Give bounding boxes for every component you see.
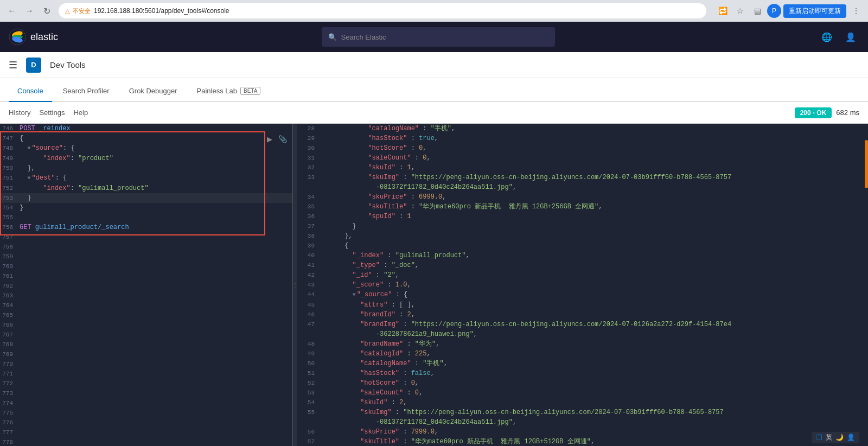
tab-console[interactable]: Console xyxy=(9,80,52,102)
editor-line-774: 774 xyxy=(0,398,292,408)
devtools-badge: D xyxy=(26,58,41,73)
main-content: ▶ 📎 746 POST _reindex 747 { 748 ▼"source… xyxy=(0,124,868,446)
tab-search-profiler[interactable]: Search Profiler xyxy=(54,80,118,102)
elastic-logo[interactable]: elastic xyxy=(9,28,58,46)
tab-painless-lab[interactable]: Painless Lab BETA xyxy=(188,80,270,102)
profile-button[interactable]: P xyxy=(767,4,781,18)
bottom-bar: ❐ 英 🌙 👤 xyxy=(803,429,868,446)
time-badge: 682 ms xyxy=(836,109,859,117)
editor-line-747: 747 { xyxy=(0,133,292,143)
back-button[interactable]: ← xyxy=(4,3,20,18)
editor-line-776: 776 xyxy=(0,418,292,428)
tab-groups-button[interactable]: ▤ xyxy=(750,3,765,18)
output-line-52: 52 "hotScore" : 0, xyxy=(297,378,868,388)
editor-line-755: 755 xyxy=(0,213,292,222)
moon-icon: 🌙 xyxy=(835,434,844,441)
output-line-32: 32 "skuId" : 1, xyxy=(297,163,868,173)
output-line-41: 41 "_type" : "_doc", xyxy=(297,260,868,270)
tab-bar: Console Search Profiler Grok Debugger Pa… xyxy=(0,78,868,102)
browser-chrome: ← → ↻ △ 不安全 192.168.188.180:5601/app/dev… xyxy=(0,0,868,22)
editor-line-749: 749 "index": "product" xyxy=(0,154,292,163)
output-scrollbar-thumb xyxy=(865,140,868,188)
bookmark-button[interactable]: ☆ xyxy=(732,3,748,18)
editor-line-777: 777 xyxy=(0,428,292,437)
output-content[interactable]: 28 "catalogName" : "手机", 29 "hasStock" :… xyxy=(297,124,868,446)
forward-button[interactable]: → xyxy=(22,3,37,18)
browser-nav-buttons: ← → ↻ xyxy=(4,3,54,18)
output-line-56: 56 "skuPrice" : 7999.0, xyxy=(297,427,868,437)
globe-button[interactable]: 🌐 xyxy=(818,28,835,46)
tab-grok-debugger[interactable]: Grok Debugger xyxy=(120,80,186,102)
panel-resizer[interactable]: ⋮ xyxy=(293,124,297,446)
editor-line-772: 772 xyxy=(0,379,292,388)
output-line-49: 49 "catalogId" : 225, xyxy=(297,349,868,359)
system-tray: ❐ 英 🌙 👤 xyxy=(812,432,859,443)
search-placeholder: Search Elastic xyxy=(341,33,386,41)
beta-badge: BETA xyxy=(240,87,260,95)
output-pane: 28 "catalogName" : "手机", 29 "hasStock" :… xyxy=(297,124,868,446)
toolbar-left: History Settings Help xyxy=(9,109,88,117)
output-line-44: 44 ▼"_source" : { xyxy=(297,290,868,300)
editor-line-760: 760 xyxy=(0,262,292,271)
output-line-43: 43 "_score" : 1.0, xyxy=(297,280,868,290)
user-icon: 👤 xyxy=(847,434,855,441)
output-line-35: 35 "skuTitle" : "华为mate60pro 新品手机 雅丹黑 12… xyxy=(297,202,868,212)
output-line-50: 50 "catalogName" : "手机", xyxy=(297,359,868,368)
history-button[interactable]: History xyxy=(9,109,30,117)
editor-line-763: 763 xyxy=(0,291,292,301)
browser-actions: 🔁 ☆ ▤ P 重新启动即可更新 ⋮ xyxy=(715,3,864,18)
editor-line-746: 746 POST _reindex xyxy=(0,124,292,133)
editor-line-758: 758 xyxy=(0,242,292,252)
output-line-46: 46 "brandId" : 2, xyxy=(297,310,868,320)
output-line-55: 55 "skuImg" : "https://peng-aliyun.oss-c… xyxy=(297,407,868,417)
run-button[interactable]: ▶ xyxy=(264,133,275,144)
sub-header: ☰ D Dev Tools xyxy=(0,52,868,78)
app-header: elastic 🔍 Search Elastic 🌐 👤 xyxy=(0,22,868,52)
editor-line-751: 751 ▼"dest": { xyxy=(0,173,292,183)
output-line-33: 33 "skuImg" : "https://peng-aliyun.oss-c… xyxy=(297,173,868,182)
editor-line-748: 748 ▼"source": { xyxy=(0,143,292,154)
search-icon: 🔍 xyxy=(328,33,337,41)
editor-line-769: 769 xyxy=(0,349,292,359)
output-line-33b: -081372f11782_0d40c24b264aa511.jpg", xyxy=(297,182,868,192)
output-line-54: 54 "skuId" : 2, xyxy=(297,398,868,407)
windows-icon: ❐ xyxy=(816,434,822,442)
output-line-29: 29 "hasStock" : true, xyxy=(297,133,868,143)
restart-button[interactable]: 重新启动即可更新 xyxy=(783,4,846,18)
editor-content[interactable]: 746 POST _reindex 747 { 748 ▼"source": {… xyxy=(0,124,292,446)
url-text: 192.168.188.180:5601/app/dev_tools#/cons… xyxy=(94,7,229,15)
header-actions: 🌐 👤 xyxy=(818,28,859,46)
editor-line-767: 767 xyxy=(0,330,292,340)
editor-line-768: 768 xyxy=(0,340,292,349)
copy-curl-button[interactable]: 📎 xyxy=(277,133,288,144)
toolbar: History Settings Help 200 - OK 682 ms xyxy=(0,102,868,124)
user-menu-button[interactable]: 👤 xyxy=(842,28,859,46)
output-line-42: 42 "_id" : "2", xyxy=(297,270,868,280)
refresh-button[interactable]: ↻ xyxy=(39,3,54,18)
editor-line-750: 750 }, xyxy=(0,163,292,173)
editor-line-771: 771 xyxy=(0,369,292,379)
editor-line-764: 764 xyxy=(0,301,292,310)
search-bar[interactable]: 🔍 Search Elastic xyxy=(322,27,555,47)
devtools-title: Dev Tools xyxy=(50,60,86,69)
output-line-28: 28 "catalogName" : "手机", xyxy=(297,124,868,133)
hamburger-button[interactable]: ☰ xyxy=(9,59,17,71)
help-button[interactable]: Help xyxy=(73,109,88,117)
more-options-button[interactable]: ⋮ xyxy=(848,3,864,18)
editor-line-773: 773 xyxy=(0,388,292,398)
lang-label: 英 xyxy=(826,433,832,442)
translate-button[interactable]: 🔁 xyxy=(715,3,730,18)
output-line-30: 30 "hotScore" : 0, xyxy=(297,143,868,153)
output-line-36: 36 "spuId" : 1 xyxy=(297,212,868,221)
output-scrollbar[interactable] xyxy=(865,124,868,446)
logo-text: elastic xyxy=(30,31,58,43)
editor-line-778: 778 xyxy=(0,437,292,446)
address-bar[interactable]: △ 不安全 192.168.188.180:5601/app/dev_tools… xyxy=(59,3,706,18)
output-line-55b: -081372f11782_0d40c24b264aa511.jpg", xyxy=(297,417,868,427)
editor-line-759: 759 xyxy=(0,252,292,262)
status-badge: 200 - OK xyxy=(795,107,832,118)
output-line-38: 38 }, xyxy=(297,231,868,241)
elastic-logo-icon xyxy=(9,28,26,46)
editor-line-754: 754 } xyxy=(0,203,292,213)
settings-button[interactable]: Settings xyxy=(39,109,65,117)
